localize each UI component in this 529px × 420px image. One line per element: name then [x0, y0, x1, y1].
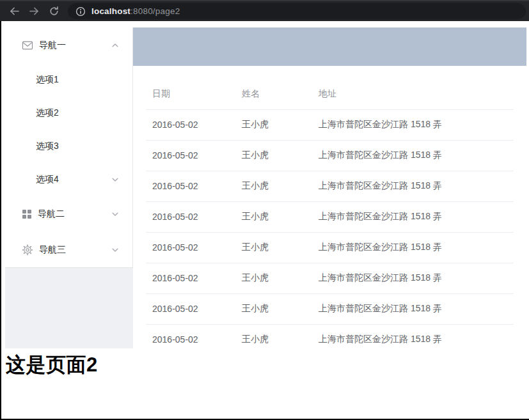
table-cell: 王小虎: [235, 324, 312, 348]
table-cell: 上海市普陀区金沙江路 1518 弄: [312, 140, 514, 171]
sidebar-group-label: 导航一: [39, 40, 66, 51]
table-cell: 2016-05-02: [146, 263, 235, 293]
table-cell: 2016-05-02: [146, 293, 235, 324]
sidebar-item-label: 选项3: [36, 141, 59, 152]
table-cell: 王小虎: [235, 109, 312, 140]
sidebar-item-option3[interactable]: 选项3: [5, 130, 132, 163]
table-row: 2016-05-02王小虎上海市普陀区金沙江路 1518 弄: [146, 109, 514, 140]
url-text: localhost:8080/page2: [91, 6, 180, 16]
table-header-row: 日期 姓名 地址: [146, 79, 514, 109]
chevron-down-icon: [111, 175, 120, 184]
refresh-icon: [49, 6, 59, 17]
forward-button[interactable]: [28, 6, 40, 17]
envelope-icon: [22, 40, 33, 51]
table-row: 2016-05-02王小虎上海市普陀区金沙江路 1518 弄: [146, 171, 514, 201]
chevron-up-icon: [111, 41, 120, 50]
table-row: 2016-05-02王小虎上海市普陀区金沙江路 1518 弄: [146, 201, 514, 232]
table-cell: 上海市普陀区金沙江路 1518 弄: [312, 263, 514, 293]
nav-menu: 导航一 选项1 选项2 选项3 选项4: [5, 27, 133, 268]
table-cell: 2016-05-02: [146, 140, 235, 171]
table-row: 2016-05-02王小虎上海市普陀区金沙江路 1518 弄: [146, 232, 514, 263]
sidebar-item-option4[interactable]: 选项4: [5, 163, 132, 196]
refresh-button[interactable]: [48, 6, 59, 17]
table-row: 2016-05-02王小虎上海市普陀区金沙江路 1518 弄: [146, 263, 514, 293]
url-path: :8080/page2: [130, 6, 180, 16]
table-cell: 2016-05-02: [146, 109, 235, 140]
info-icon[interactable]: [75, 6, 86, 17]
table-cell: 上海市普陀区金沙江路 1518 弄: [312, 232, 514, 263]
back-button[interactable]: [8, 6, 20, 17]
table-cell: 王小虎: [235, 232, 312, 263]
sidebar-item-option1[interactable]: 选项1: [5, 63, 132, 97]
gear-icon: [22, 244, 33, 256]
data-table: 日期 姓名 地址 2016-05-02王小虎上海市普陀区金沙江路 1518 弄2…: [146, 79, 514, 348]
table-cell: 2016-05-02: [146, 171, 235, 201]
forward-arrow-icon: [29, 6, 40, 17]
sidebar-item-label: 选项2: [36, 107, 59, 119]
sidebar-group-nav2[interactable]: 导航二: [5, 196, 132, 232]
sidebar-item-label: 选项4: [36, 174, 59, 185]
main-column: 日期 姓名 地址 2016-05-02王小虎上海市普陀区金沙江路 1518 弄2…: [133, 27, 526, 348]
sidebar-group-nav3[interactable]: 导航三: [5, 232, 132, 268]
table-cell: 王小虎: [235, 140, 312, 171]
chevron-down-icon: [111, 210, 120, 219]
table-cell: 王小虎: [235, 293, 312, 324]
grid-icon: [22, 209, 32, 219]
table-row: 2016-05-02王小虎上海市普陀区金沙江路 1518 弄: [146, 140, 514, 171]
table-cell: 上海市普陀区金沙江路 1518 弄: [312, 293, 514, 324]
url-host: localhost: [91, 6, 130, 16]
table-cell: 王小虎: [235, 171, 312, 201]
column-header-address: 地址: [312, 79, 514, 109]
sidebar-group-nav1[interactable]: 导航一: [5, 27, 132, 63]
chevron-down-icon: [111, 245, 120, 254]
sidebar-item-label: 选项1: [36, 74, 59, 86]
column-header-date: 日期: [146, 79, 235, 109]
sidebar-item-option2[interactable]: 选项2: [5, 97, 132, 130]
table-cell: 上海市普陀区金沙江路 1518 弄: [312, 324, 514, 348]
browser-toolbar: localhost:8080/page2: [0, 0, 529, 21]
url-bar[interactable]: localhost:8080/page2: [68, 3, 526, 19]
table-cell: 2016-05-02: [146, 201, 235, 232]
table-cell: 上海市普陀区金沙江路 1518 弄: [312, 201, 514, 232]
page-title: 这是页面2: [6, 352, 98, 378]
main-content: 日期 姓名 地址 2016-05-02王小虎上海市普陀区金沙江路 1518 弄2…: [133, 66, 526, 348]
table-row: 2016-05-02王小虎上海市普陀区金沙江路 1518 弄: [146, 293, 514, 324]
app-container: 导航一 选项1 选项2 选项3 选项4: [5, 27, 526, 348]
table-row: 2016-05-02王小虎上海市普陀区金沙江路 1518 弄: [146, 324, 514, 348]
table-cell: 2016-05-02: [146, 324, 235, 348]
table-cell: 王小虎: [235, 263, 312, 293]
sidebar: 导航一 选项1 选项2 选项3 选项4: [5, 27, 133, 348]
back-arrow-icon: [9, 6, 20, 17]
table-cell: 上海市普陀区金沙江路 1518 弄: [312, 171, 514, 201]
table-cell: 2016-05-02: [146, 232, 235, 263]
sidebar-group-label: 导航二: [38, 208, 65, 220]
table-body: 2016-05-02王小虎上海市普陀区金沙江路 1518 弄2016-05-02…: [146, 109, 514, 348]
sidebar-group-label: 导航三: [39, 244, 66, 256]
column-header-name: 姓名: [235, 79, 312, 109]
table-cell: 王小虎: [235, 201, 312, 232]
table-cell: 上海市普陀区金沙江路 1518 弄: [312, 109, 514, 140]
page-viewport: 导航一 选项1 选项2 选项3 选项4: [0, 21, 529, 420]
page-header-band: [133, 27, 526, 66]
